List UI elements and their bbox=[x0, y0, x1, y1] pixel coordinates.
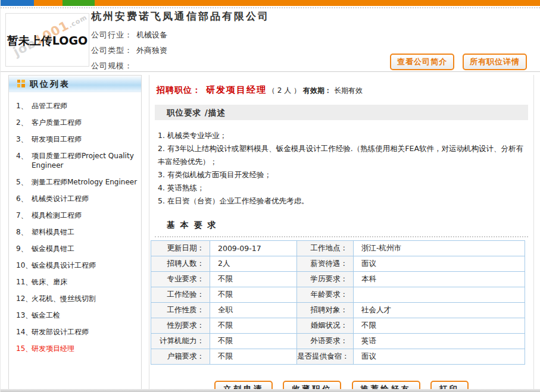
job-list-panel: 职位列表 1、品管工程师 2、客户质量工程师 3、研发项目工程师 4、项目质量工… bbox=[8, 75, 142, 390]
job-list-item-9[interactable]: 9、钣金模具钳工 bbox=[9, 240, 141, 257]
company-logo-placeholder: job1001.com 暂未上传LOGO bbox=[5, 13, 89, 67]
requirements-text: 1. 机械类专业毕业； 2. 有3年以上结构设计或塑料模具、钣金模具设计工作经验… bbox=[158, 129, 525, 208]
job-list-item-3[interactable]: 3、研发项目工程师 bbox=[9, 131, 141, 148]
work-location-label: 工作地点： bbox=[297, 241, 354, 256]
requirement-line: 3. 有类似机械方面项目开发经验； bbox=[158, 168, 525, 181]
requirement-line: 4. 英语熟练； bbox=[158, 181, 525, 195]
education-label: 学历要求： bbox=[297, 272, 354, 287]
table-row: 户籍要求： 不限 是否提供食宿： 面议 bbox=[151, 349, 525, 365]
education-value: 本科 bbox=[354, 272, 525, 287]
job-list-item-1[interactable]: 1、品管工程师 bbox=[9, 98, 141, 114]
company-type-row: 公司类型：外商独资 bbox=[91, 43, 167, 58]
stripe-orange-1 bbox=[34, 0, 63, 6]
job-list-header: 职位列表 bbox=[9, 76, 141, 92]
requirement-line: 1. 机械类专业毕业； bbox=[158, 129, 525, 142]
job-nature-label: 工作性质： bbox=[151, 303, 210, 318]
validity-value: 长期有效 bbox=[334, 86, 363, 95]
job-list-item-10[interactable]: 10、钣金模具设计工程师 bbox=[9, 257, 141, 274]
company-industry-label: 公司行业： bbox=[91, 30, 133, 39]
table-row: 工作经验： 不限 年龄要求： bbox=[151, 287, 525, 303]
stripe-blue bbox=[1, 0, 34, 6]
table-row: 工作性质： 全职 招聘对象： 社会人才 bbox=[151, 303, 525, 318]
gender-value: 不限 bbox=[210, 318, 297, 334]
company-industry-value: 机械设备 bbox=[136, 30, 167, 39]
job-list-item-13[interactable]: 13、钣金工检 bbox=[9, 307, 141, 324]
salary-value: 面议 bbox=[354, 256, 525, 272]
update-date-label: 更新日期： bbox=[151, 241, 210, 256]
bottom-edge-strip bbox=[1, 389, 540, 392]
requirement-line: 5. 在日资（台资）企业工作经验者优先考虑。 bbox=[158, 195, 525, 208]
logo-not-uploaded-text: 暂未上传LOGO bbox=[6, 33, 89, 49]
requirements-section-header: 职位要求 /描述 bbox=[155, 105, 528, 120]
job-title: 研发项目经理 bbox=[206, 84, 267, 95]
residency-value: 不限 bbox=[210, 349, 297, 365]
job-list-item-14[interactable]: 14、研发部设计工程师 bbox=[9, 324, 141, 340]
computer-skill-value: 不限 bbox=[210, 334, 297, 349]
table-row: 更新日期： 2009-09-17 工作地点： 浙江-杭州市 bbox=[151, 241, 525, 256]
company-size-row: 公司规模： bbox=[91, 58, 167, 74]
major-requirement-value: 不限 bbox=[210, 272, 297, 287]
job-detail-panel: 招聘职位：研发项目经理（ 2 人 ） 有效期：长期有效 职位要求 /描述 1. … bbox=[149, 75, 534, 390]
basic-requirements-table: 更新日期： 2009-09-17 工作地点： 浙江-杭州市 招聘人数： 2人 薪… bbox=[151, 240, 525, 365]
job-title-line: 招聘职位：研发项目经理（ 2 人 ） 有效期：长期有效 bbox=[157, 84, 533, 96]
foreign-language-label: 外语要求： bbox=[297, 334, 354, 349]
headcount-label: 招聘人数： bbox=[151, 256, 210, 272]
recruit-target-label: 招聘对象： bbox=[297, 303, 354, 318]
board-lodging-value: 面议 bbox=[354, 349, 525, 365]
headcount: （ 2 人 ） bbox=[268, 86, 301, 95]
job-list-title: 职位列表 bbox=[30, 76, 70, 92]
headcount-value: 2人 bbox=[210, 256, 297, 272]
job-detail-page: { "colors": { "stripe_blue": "#2273c3", … bbox=[0, 0, 540, 392]
job-nature-value: 全职 bbox=[210, 303, 297, 318]
all-positions-button[interactable]: 所有职位详情 bbox=[463, 54, 527, 70]
age-requirement-value bbox=[354, 287, 525, 303]
job-list-item-15-active[interactable]: 15、研发项目经理 bbox=[9, 340, 141, 357]
basic-requirements-header: 基 本 要 求 bbox=[155, 220, 528, 237]
residency-label: 户籍要求： bbox=[151, 349, 210, 365]
requirement-line: 2. 有3年以上结构设计或塑料模具、钣金模具设计工作经验.（熟练使用相关FEA软… bbox=[158, 142, 525, 168]
job-list-item-7[interactable]: 7、模具检测工程师 bbox=[9, 207, 141, 224]
header-buttons: 查看公司简介 所有职位详情 bbox=[385, 54, 527, 70]
table-row: 计算机能力： 不限 外语要求： 英语 bbox=[151, 334, 525, 349]
salary-label: 薪资待遇： bbox=[297, 256, 354, 272]
job-list-item-11[interactable]: 11、铣床、磨床 bbox=[9, 274, 141, 290]
page-body: 职位列表 1、品管工程师 2、客户质量工程师 3、研发项目工程师 4、项目质量工… bbox=[1, 72, 540, 390]
marital-status-label: 婚姻状况： bbox=[297, 318, 354, 334]
top-color-stripes bbox=[1, 0, 540, 6]
company-industry-row: 公司行业：机械设备 bbox=[91, 27, 167, 43]
update-date-value: 2009-09-17 bbox=[210, 241, 297, 256]
board-lodging-label: 是否提供食宿： bbox=[297, 349, 354, 365]
stripe-orange-2 bbox=[95, 0, 540, 6]
experience-value: 不限 bbox=[210, 287, 297, 303]
recruit-target-value: 社会人才 bbox=[354, 303, 525, 318]
major-requirement-label: 专业要求： bbox=[151, 272, 210, 287]
company-header: job1001.com 暂未上传LOGO 杭州安费诺飞凤通信部品有限公司 公司行… bbox=[1, 8, 540, 71]
company-fields: 公司行业：机械设备 公司类型：外商独资 公司规模： bbox=[91, 27, 167, 74]
company-type-value: 外商独资 bbox=[136, 46, 167, 55]
company-size-label: 公司规模： bbox=[91, 61, 133, 70]
recruit-position-label: 招聘职位： bbox=[157, 85, 201, 95]
marital-status-value: 不限 bbox=[354, 318, 525, 334]
stripe-green bbox=[63, 0, 95, 6]
job-list-item-8[interactable]: 8、塑料模具钳工 bbox=[9, 224, 141, 240]
computer-skill-label: 计算机能力： bbox=[151, 334, 210, 349]
table-row: 专业要求： 不限 学历要求： 本科 bbox=[151, 272, 525, 287]
company-type-label: 公司类型： bbox=[91, 46, 133, 55]
foreign-language-value: 英语 bbox=[354, 334, 525, 349]
grid-squares-icon bbox=[17, 80, 25, 87]
job-list-item-6[interactable]: 6、机械类设计工程师 bbox=[9, 190, 141, 207]
gender-label: 性别要求： bbox=[151, 318, 210, 334]
job-list: 1、品管工程师 2、客户质量工程师 3、研发项目工程师 4、项目质量工程师Pro… bbox=[9, 92, 141, 357]
table-row: 招聘人数： 2人 薪资待遇： 面议 bbox=[151, 256, 525, 272]
experience-label: 工作经验： bbox=[151, 287, 210, 303]
view-company-profile-button[interactable]: 查看公司简介 bbox=[390, 54, 454, 70]
job-list-item-12[interactable]: 12、火花机、慢丝线切割 bbox=[9, 290, 141, 307]
job-list-item-2[interactable]: 2、客户质量工程师 bbox=[9, 114, 141, 131]
validity-label: 有效期： bbox=[303, 86, 332, 95]
company-name: 杭州安费诺飞凤通信部品有限公司 bbox=[91, 10, 270, 23]
age-requirement-label: 年龄要求： bbox=[297, 287, 354, 303]
work-location-value: 浙江-杭州市 bbox=[354, 241, 525, 256]
job-list-item-5[interactable]: 5、测量工程师Metrology Engineer bbox=[9, 174, 141, 190]
job-list-item-4[interactable]: 4、项目质量工程师Project Quality Engineer bbox=[9, 148, 141, 174]
table-row: 性别要求： 不限 婚姻状况： 不限 bbox=[151, 318, 525, 334]
